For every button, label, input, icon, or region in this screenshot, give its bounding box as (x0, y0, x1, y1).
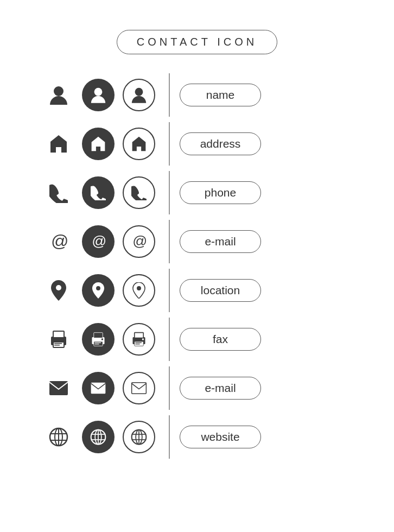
row-divider (169, 269, 170, 312)
name-icon-dark (78, 79, 118, 111)
row-fax: fax (40, 315, 354, 364)
name-icon-outline (118, 79, 159, 111)
svg-text:@: @ (92, 233, 106, 249)
svg-point-2 (135, 88, 143, 96)
svg-rect-28 (49, 381, 68, 395)
svg-text:@: @ (51, 232, 68, 251)
phone-icon-dark (78, 176, 118, 209)
location-icon-outline (118, 274, 159, 307)
row-phone: phone (40, 168, 354, 217)
label-name: name (180, 84, 261, 106)
svg-point-8 (96, 286, 100, 290)
fax-icon-outline (118, 323, 159, 356)
svg-point-27 (142, 338, 143, 340)
phone-icon-outline (118, 176, 159, 209)
svg-rect-29 (91, 383, 105, 394)
website-icon-dark (78, 421, 118, 453)
svg-point-7 (56, 285, 61, 290)
svg-point-21 (101, 338, 103, 340)
label-email2: e-mail (180, 377, 261, 400)
email1-icon-dark: @ (78, 225, 118, 258)
label-phone: phone (180, 181, 261, 204)
fax-icon-plain (40, 330, 78, 349)
svg-rect-19 (94, 343, 101, 343)
row-location: location (40, 266, 354, 315)
svg-text:@: @ (132, 233, 147, 249)
row-divider (169, 220, 170, 263)
row-divider (169, 171, 170, 214)
email2-icon-plain (40, 381, 78, 396)
label-fax: fax (180, 328, 261, 351)
row-email2: e-mail (40, 364, 354, 413)
email2-icon-outline (118, 372, 159, 404)
svg-rect-13 (54, 343, 62, 344)
page-title: CONTACT ICON (117, 30, 277, 54)
location-icon-plain (40, 280, 78, 301)
email1-icon-plain: @ (40, 232, 78, 251)
row-name: name (40, 71, 354, 119)
label-email1: e-mail (180, 230, 261, 253)
svg-rect-17 (93, 333, 102, 338)
row-divider (169, 366, 170, 410)
page-title-wrapper: CONTACT ICON (117, 30, 277, 54)
svg-rect-25 (135, 343, 142, 343)
label-address: address (180, 132, 261, 155)
svg-rect-20 (94, 344, 99, 344)
row-website: website (40, 413, 354, 461)
phone-icon-plain (40, 182, 78, 203)
row-divider (169, 122, 170, 166)
row-divider (169, 318, 170, 361)
row-address: address (40, 119, 354, 168)
row-email1: @ @ @ e-mail (40, 217, 354, 266)
svg-rect-30 (131, 383, 146, 394)
address-icon-plain (40, 134, 78, 154)
email1-icon-outline: @ (118, 225, 159, 258)
email2-icon-dark (78, 372, 118, 404)
icon-grid: name address (40, 71, 354, 461)
location-icon-dark (78, 274, 118, 307)
row-divider (169, 415, 170, 459)
row-divider (169, 73, 170, 117)
label-location: location (180, 279, 261, 302)
fax-icon-dark (78, 323, 118, 356)
website-icon-plain (40, 427, 78, 447)
svg-rect-26 (135, 344, 139, 344)
label-website: website (180, 426, 261, 448)
svg-point-15 (62, 338, 65, 340)
svg-point-0 (54, 86, 63, 96)
svg-point-9 (137, 286, 141, 290)
address-icon-outline (118, 128, 159, 160)
name-icon-plain (40, 85, 78, 105)
address-icon-dark (78, 128, 118, 160)
svg-rect-11 (53, 331, 64, 338)
svg-rect-14 (54, 345, 60, 346)
svg-rect-23 (134, 333, 143, 338)
svg-point-1 (94, 88, 102, 96)
website-icon-outline (118, 421, 159, 453)
